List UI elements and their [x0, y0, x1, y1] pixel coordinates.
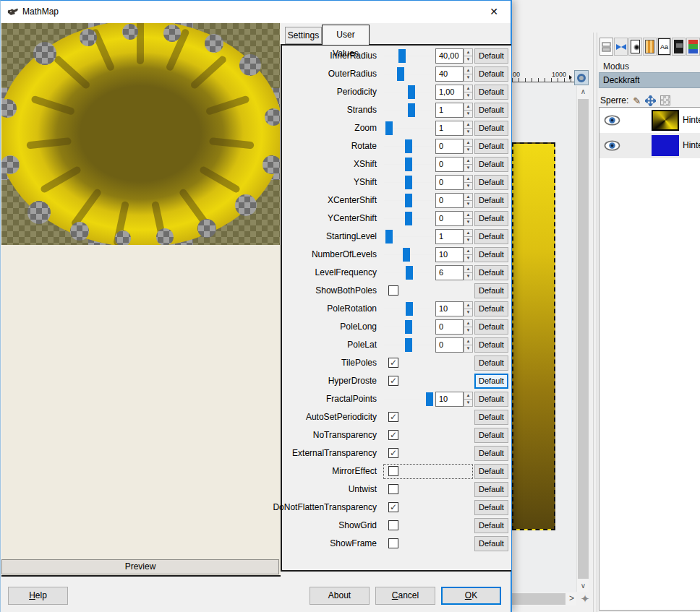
cancel-button[interactable]: Cancel	[375, 587, 435, 605]
channels-icon[interactable]	[686, 38, 700, 56]
about-button[interactable]: About	[310, 587, 370, 605]
default-button[interactable]: Default	[474, 482, 508, 497]
default-button[interactable]: Default	[474, 428, 508, 443]
spin-down-icon[interactable]: ▼	[464, 164, 473, 172]
default-button[interactable]: Default	[474, 464, 508, 479]
visibility-eye-icon[interactable]	[604, 115, 620, 128]
param-slider[interactable]	[384, 176, 437, 189]
canvas-vertical-scrollbar[interactable]: ∧ ∨	[576, 86, 589, 592]
slider-handle[interactable]	[408, 85, 415, 99]
default-button[interactable]: Default	[474, 374, 508, 389]
scroll-right-icon[interactable]: >	[567, 592, 576, 605]
ok-button[interactable]: OK	[441, 587, 501, 605]
vertical-scroll-thumb[interactable]	[578, 99, 589, 579]
slider-handle[interactable]	[406, 266, 413, 280]
default-button[interactable]: Default	[474, 446, 508, 461]
spin-down-icon[interactable]: ▼	[464, 146, 473, 154]
param-value-input[interactable]: 0	[435, 211, 464, 226]
param-checkbox[interactable]: ✓	[388, 448, 398, 458]
default-button[interactable]: Default	[474, 157, 508, 172]
param-checkbox[interactable]: ✓	[388, 376, 398, 386]
param-slider[interactable]	[384, 85, 437, 99]
spin-down-icon[interactable]: ▼	[464, 218, 473, 226]
param-value-input[interactable]: 1,00	[435, 85, 464, 100]
layers-icon[interactable]	[599, 38, 613, 56]
param-slider[interactable]	[384, 158, 437, 171]
image-icon[interactable]	[672, 38, 686, 56]
horizontal-scroll-thumb[interactable]	[512, 593, 565, 605]
spin-down-icon[interactable]: ▼	[464, 182, 473, 190]
tab-user-values[interactable]: User Values	[322, 25, 370, 45]
default-button[interactable]: Default	[474, 337, 508, 353]
lock-pixels-brush-icon[interactable]: ✎	[633, 95, 641, 106]
opacity-slider[interactable]: Deckkraft	[599, 72, 700, 88]
param-slider[interactable]	[384, 103, 437, 117]
spin-down-icon[interactable]: ▼	[464, 128, 473, 136]
default-button[interactable]: Default	[474, 103, 508, 118]
param-checkbox[interactable]	[388, 484, 398, 494]
help-button[interactable]: Help	[8, 587, 68, 605]
slider-handle[interactable]	[403, 248, 410, 262]
param-value-input[interactable]: 0	[435, 319, 464, 335]
spin-down-icon[interactable]: ▼	[464, 236, 473, 244]
canvas-horizontal-scrollbar[interactable]: >	[512, 592, 576, 605]
spin-down-icon[interactable]: ▼	[464, 254, 473, 262]
default-button[interactable]: Default	[474, 139, 508, 154]
param-value-input[interactable]: 1	[435, 121, 464, 136]
default-button[interactable]: Default	[474, 500, 508, 515]
close-icon[interactable]: ✕	[482, 3, 506, 21]
spin-down-icon[interactable]: ▼	[464, 272, 473, 280]
default-button[interactable]: Default	[474, 265, 508, 280]
param-checkbox[interactable]	[388, 538, 398, 548]
param-value-input[interactable]: 6	[435, 265, 464, 280]
param-slider[interactable]	[384, 139, 437, 153]
default-button[interactable]: Default	[474, 355, 508, 371]
default-button[interactable]: Default	[474, 247, 508, 262]
default-button[interactable]: Default	[474, 536, 508, 551]
spin-down-icon[interactable]: ▼	[464, 345, 473, 353]
slider-handle[interactable]	[405, 338, 412, 352]
zoom-follow-window-button[interactable]	[574, 70, 589, 85]
param-checkbox[interactable]: ✓	[388, 358, 398, 368]
brush-icon[interactable]	[628, 38, 642, 56]
slider-handle[interactable]	[385, 121, 393, 135]
spin-down-icon[interactable]: ▼	[464, 399, 473, 407]
param-value-input[interactable]: 1	[435, 229, 464, 244]
visibility-eye-icon[interactable]	[604, 140, 620, 153]
default-button[interactable]: Default	[474, 48, 508, 64]
default-button[interactable]: Default	[474, 121, 508, 136]
default-button[interactable]: Default	[474, 211, 508, 226]
param-checkbox[interactable]: ✓	[388, 502, 398, 512]
scroll-down-icon[interactable]: ∨	[577, 580, 589, 592]
param-slider[interactable]	[384, 392, 437, 406]
slider-handle[interactable]	[405, 212, 412, 225]
default-button[interactable]: Default	[474, 229, 508, 244]
paths-icon[interactable]	[614, 38, 628, 56]
slider-handle[interactable]	[405, 158, 412, 171]
param-slider[interactable]	[384, 320, 437, 334]
fonts-icon[interactable]: Aa	[657, 38, 671, 56]
slider-handle[interactable]	[406, 302, 413, 316]
param-slider[interactable]	[384, 121, 437, 135]
slider-handle[interactable]	[397, 67, 404, 81]
param-slider[interactable]	[384, 266, 437, 280]
spin-down-icon[interactable]: ▼	[464, 200, 473, 208]
param-slider[interactable]	[384, 302, 437, 316]
default-button[interactable]: Default	[474, 175, 508, 190]
spin-down-icon[interactable]: ▼	[464, 92, 473, 100]
slider-handle[interactable]	[408, 103, 415, 117]
slider-handle[interactable]	[405, 194, 412, 207]
param-value-input[interactable]: 0	[435, 337, 464, 353]
param-value-input[interactable]: 10	[435, 392, 464, 407]
param-value-input[interactable]: 40,00	[435, 48, 464, 64]
tab-settings[interactable]: Settings	[285, 27, 322, 44]
default-button[interactable]: Default	[474, 319, 508, 335]
spin-down-icon[interactable]: ▼	[464, 74, 473, 82]
param-value-input[interactable]: 0	[435, 193, 464, 208]
param-slider[interactable]	[384, 248, 437, 262]
default-button[interactable]: Default	[474, 410, 508, 425]
slider-handle[interactable]	[405, 139, 412, 153]
preview-button[interactable]: Preview	[1, 559, 279, 574]
param-checkbox[interactable]	[388, 285, 398, 296]
scroll-up-icon[interactable]: ∧	[577, 86, 589, 98]
